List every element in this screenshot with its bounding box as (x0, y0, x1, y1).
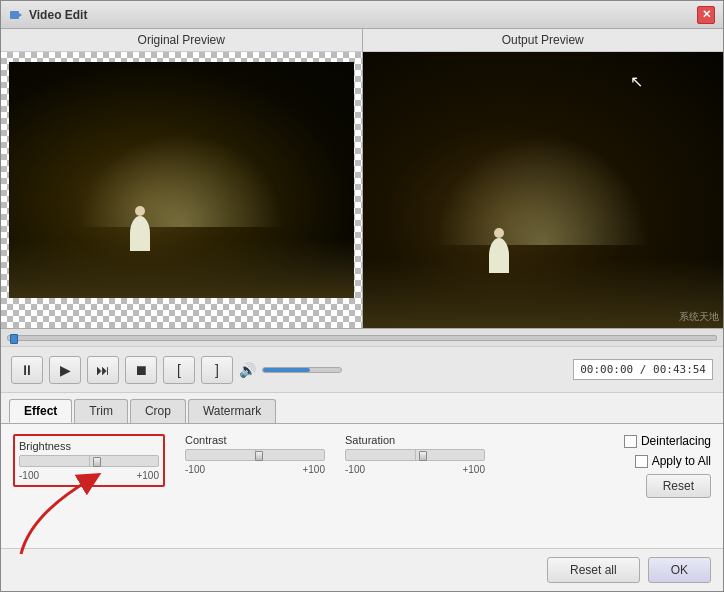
seek-bar-thumb[interactable] (10, 334, 18, 344)
output-light-beam (435, 135, 651, 245)
brightness-center-tick (89, 456, 90, 466)
next-frame-button[interactable]: ⏭ (87, 356, 119, 384)
controls-row: ⏸ ▶ ⏭ ⏹ [ ] 🔊 00:00:00 / 00:43:54 (1, 347, 723, 393)
brightness-label: Brightness (19, 440, 159, 452)
tabs-row: Effect Trim Crop Watermark (1, 393, 723, 424)
contrast-range-labels: -100 +100 (185, 464, 325, 475)
contrast-thumb[interactable] (255, 451, 263, 461)
title-bar-left: Video Edit (9, 8, 87, 22)
video-icon (9, 8, 23, 22)
svg-rect-0 (10, 11, 19, 19)
tab-effect[interactable]: Effect (9, 399, 72, 423)
time-current: 00:00:00 (580, 363, 633, 376)
saturation-center-tick (415, 450, 416, 460)
bottom-bar: Reset all OK (1, 548, 723, 591)
contrast-slider-container[interactable] (185, 449, 325, 461)
saturation-track[interactable] (345, 449, 485, 461)
brightness-range-labels: -100 +100 (19, 470, 159, 481)
volume-slider[interactable] (262, 367, 342, 373)
effects-panel: Brightness -100 +100 Contrast (1, 424, 723, 548)
tab-crop[interactable]: Crop (130, 399, 186, 423)
output-preview-label: Output Preview (363, 29, 724, 52)
saturation-label: Saturation (345, 434, 485, 446)
saturation-max: +100 (462, 464, 485, 475)
original-preview-label: Original Preview (1, 29, 362, 52)
volume-fill (263, 368, 310, 372)
deinterlacing-checkbox[interactable] (624, 435, 637, 448)
video-ground (9, 239, 354, 298)
brightness-thumb[interactable] (93, 457, 101, 467)
original-preview-panel: Original Preview (1, 29, 363, 328)
contrast-track[interactable] (185, 449, 325, 461)
volume-icon: 🔊 (239, 362, 256, 378)
stop-button[interactable]: ⏹ (125, 356, 157, 384)
mark-in-button[interactable]: [ (163, 356, 195, 384)
contrast-min: -100 (185, 464, 205, 475)
output-video-figure (489, 238, 509, 273)
original-preview-content (1, 52, 362, 328)
reset-all-button[interactable]: Reset all (547, 557, 640, 583)
mark-out-button[interactable]: ] (201, 356, 233, 384)
time-total: 00:43:54 (653, 363, 706, 376)
video-figure (130, 216, 150, 251)
right-controls: Deinterlacing Apply to All Reset (624, 434, 711, 498)
output-preview-panel: Output Preview ↖ 系统天地 (363, 29, 724, 328)
time-display: 00:00:00 / 00:43:54 (573, 359, 713, 380)
ok-button[interactable]: OK (648, 557, 711, 583)
saturation-slider-container[interactable] (345, 449, 485, 461)
tab-trim[interactable]: Trim (74, 399, 128, 423)
svg-marker-1 (19, 13, 22, 17)
reset-button[interactable]: Reset (646, 474, 711, 498)
brightness-group: Brightness -100 +100 (13, 434, 165, 487)
original-video-frame (9, 62, 354, 298)
brightness-max: +100 (136, 470, 159, 481)
preview-area: Original Preview Output Preview (1, 29, 723, 329)
saturation-min: -100 (345, 464, 365, 475)
pause-button[interactable]: ⏸ (11, 356, 43, 384)
apply-to-all-row: Apply to All (635, 454, 711, 468)
brightness-track[interactable] (19, 455, 159, 467)
brightness-slider-container[interactable] (19, 455, 159, 467)
saturation-thumb[interactable] (419, 451, 427, 461)
deinterlacing-row: Deinterlacing (624, 434, 711, 448)
original-video-scene (9, 62, 354, 298)
title-bar: Video Edit ✕ (1, 1, 723, 29)
contrast-group: Contrast -100 +100 (185, 434, 325, 475)
time-separator: / (633, 363, 653, 376)
video-edit-window: Video Edit ✕ Original Preview Output Pre… (0, 0, 724, 592)
saturation-group: Saturation -100 +100 (345, 434, 485, 475)
apply-to-all-label: Apply to All (652, 454, 711, 468)
close-button[interactable]: ✕ (697, 6, 715, 24)
watermark: 系统天地 (679, 310, 719, 324)
deinterlacing-label: Deinterlacing (641, 434, 711, 448)
apply-to-all-checkbox[interactable] (635, 455, 648, 468)
output-video-scene: ↖ (363, 52, 724, 328)
sliders-row: Brightness -100 +100 Contrast (13, 434, 711, 498)
light-beam (78, 133, 285, 227)
contrast-label: Contrast (185, 434, 325, 446)
contrast-max: +100 (302, 464, 325, 475)
cursor-arrow: ↖ (630, 72, 643, 91)
seek-bar-track[interactable] (7, 335, 717, 341)
window-title: Video Edit (29, 8, 87, 22)
seek-bar-area[interactable] (1, 329, 723, 347)
brightness-min: -100 (19, 470, 39, 481)
output-preview-content: ↖ 系统天地 (363, 52, 724, 328)
output-video-ground (363, 259, 724, 328)
play-button[interactable]: ▶ (49, 356, 81, 384)
saturation-range-labels: -100 +100 (345, 464, 485, 475)
tab-watermark[interactable]: Watermark (188, 399, 276, 423)
